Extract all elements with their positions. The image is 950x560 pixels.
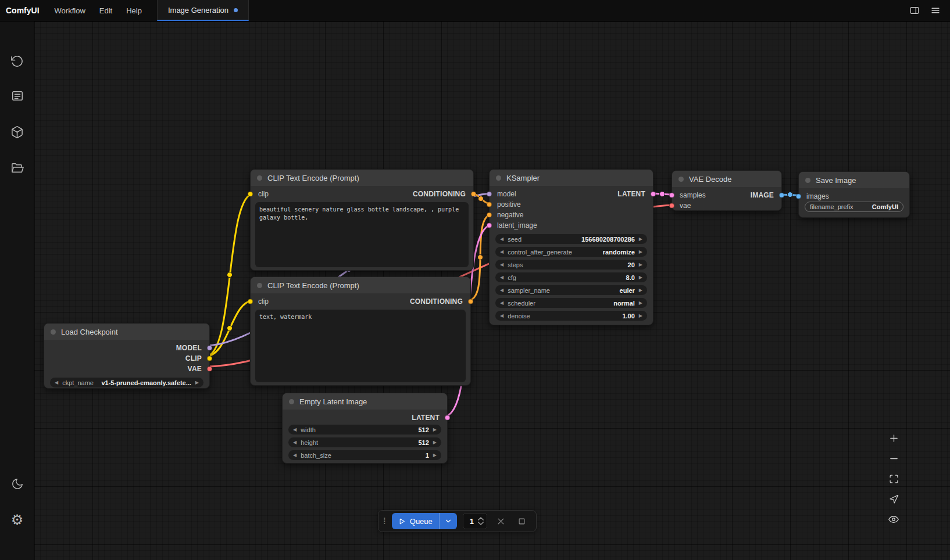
collapse-dot[interactable] xyxy=(257,175,262,181)
zoom-in-button[interactable] xyxy=(885,431,902,445)
drag-handle-icon[interactable]: ⁞ xyxy=(383,517,386,526)
link-midpoint-dot[interactable] xyxy=(478,255,483,260)
decrement-arrow-icon[interactable]: ◀ xyxy=(500,288,503,293)
node-header[interactable]: KSampler xyxy=(490,170,653,186)
input-port-model[interactable] xyxy=(487,192,492,197)
widget-seed[interactable]: ◀ seed 156680208700286 ▶ xyxy=(495,234,647,244)
increment-arrow-icon[interactable]: ▶ xyxy=(195,380,199,385)
increment-arrow-icon[interactable]: ▶ xyxy=(639,250,642,254)
widget-height[interactable]: ◀ height 512 ▶ xyxy=(288,437,441,447)
node-vae-decode[interactable]: VAE Decode samples IMAGE vae xyxy=(672,170,782,211)
node-empty-latent-image[interactable]: Empty Latent Image LATENT ◀ width 512 ▶ … xyxy=(282,393,448,464)
node-save-image[interactable]: Save Image images filename_prefix ComfyU… xyxy=(798,171,910,218)
output-port-latent[interactable] xyxy=(651,192,656,197)
widget-scheduler[interactable]: ◀ scheduler normal ▶ xyxy=(495,298,647,308)
link-midpoint-dot[interactable] xyxy=(227,272,233,278)
stop-button[interactable] xyxy=(514,514,529,529)
node-load-checkpoint[interactable]: Load Checkpoint MODEL CLIP VAE ◀ ckpt_na xyxy=(44,323,210,389)
increment-arrow-icon[interactable]: ▶ xyxy=(639,314,642,318)
fit-view-button[interactable] xyxy=(885,472,902,486)
increment-arrow-icon[interactable]: ▶ xyxy=(433,453,437,458)
widget-width[interactable]: ◀ width 512 ▶ xyxy=(288,425,441,435)
widget-cfg[interactable]: ◀ cfg 8.0 ▶ xyxy=(495,272,647,282)
input-port-latent-image[interactable] xyxy=(487,223,492,228)
increment-arrow-icon[interactable]: ▶ xyxy=(639,301,642,306)
link-midpoint-dot[interactable] xyxy=(227,326,233,331)
input-port-clip[interactable] xyxy=(248,192,253,197)
widget-batch-size[interactable]: ◀ batch_size 1 ▶ xyxy=(288,450,441,460)
input-port-vae[interactable] xyxy=(669,203,674,209)
widget-ckpt-name[interactable]: ◀ ckpt_name v1-5-pruned-emaonly.safete..… xyxy=(50,378,203,387)
widget-denoise[interactable]: ◀ denoise 1.00 ▶ xyxy=(495,311,647,321)
output-port-conditioning[interactable] xyxy=(471,192,476,197)
toggle-panel-button[interactable] xyxy=(906,2,923,19)
sidebar-templates-button[interactable] xyxy=(0,82,34,110)
settings-button[interactable]: ⚙ xyxy=(0,506,34,534)
node-clip-text-encode-positive[interactable]: CLIP Text Encode (Prompt) clip CONDITION… xyxy=(250,169,474,271)
node-clip-text-encode-negative[interactable]: CLIP Text Encode (Prompt) clip CONDITION… xyxy=(250,277,471,386)
prompt-textarea[interactable]: text, watermark xyxy=(255,310,466,382)
decrement-arrow-icon[interactable]: ◀ xyxy=(500,314,503,318)
input-port-samples[interactable] xyxy=(669,193,674,198)
node-header[interactable]: CLIP Text Encode (Prompt) xyxy=(251,277,470,293)
decrement-arrow-icon[interactable]: ◀ xyxy=(293,428,297,432)
decrement-arrow-icon[interactable]: ◀ xyxy=(500,237,503,242)
decrement-arrow-icon[interactable]: ◀ xyxy=(500,263,503,267)
link-midpoint-dot[interactable] xyxy=(788,192,793,198)
increment-arrow-icon[interactable]: ▶ xyxy=(639,288,642,293)
zoom-out-button[interactable] xyxy=(885,451,902,465)
decrement-arrow-icon[interactable]: ◀ xyxy=(293,440,297,445)
decrement-arrow-icon[interactable]: ◀ xyxy=(55,380,58,385)
node-header[interactable]: VAE Decode xyxy=(672,171,781,187)
menu-edit[interactable]: Edit xyxy=(92,0,119,21)
main-menu-button[interactable] xyxy=(927,2,944,19)
increment-arrow-icon[interactable]: ▶ xyxy=(433,440,437,445)
output-port-image[interactable] xyxy=(779,193,784,198)
sidebar-queue-history-button[interactable] xyxy=(0,47,34,75)
decrement-arrow-icon[interactable]: ◀ xyxy=(293,453,297,458)
batch-count-stepper[interactable]: 1 xyxy=(463,513,487,529)
theme-toggle-button[interactable] xyxy=(0,470,34,498)
increment-arrow-icon[interactable]: ▶ xyxy=(433,428,437,432)
output-port-clip[interactable] xyxy=(207,356,212,361)
increment-arrow-icon[interactable]: ▶ xyxy=(639,263,642,267)
collapse-dot[interactable] xyxy=(678,177,684,182)
collapse-dot[interactable] xyxy=(805,178,810,183)
collapse-dot[interactable] xyxy=(51,329,56,335)
menu-help[interactable]: Help xyxy=(119,0,149,21)
output-port-conditioning[interactable] xyxy=(468,299,473,304)
widget-steps[interactable]: ◀ steps 20 ▶ xyxy=(495,260,647,270)
input-port-clip[interactable] xyxy=(248,299,253,304)
widget-sampler-name[interactable]: ◀ sampler_name euler ▶ xyxy=(495,285,647,295)
widget-control-after-generate[interactable]: ◀ control_after_generate randomize ▶ xyxy=(495,247,647,257)
input-port-images[interactable] xyxy=(796,194,801,199)
link-midpoint-dot[interactable] xyxy=(478,196,484,202)
tab-image-generation[interactable]: Image Generation xyxy=(157,0,249,21)
collapse-dot[interactable] xyxy=(496,175,501,181)
increment-arrow-icon[interactable]: ▶ xyxy=(639,237,642,242)
decrement-arrow-icon[interactable]: ◀ xyxy=(500,301,503,306)
output-port-latent[interactable] xyxy=(445,415,450,421)
increment-arrow-icon[interactable]: ▶ xyxy=(639,275,642,280)
sidebar-workflows-button[interactable] xyxy=(0,154,34,182)
queue-options-button[interactable] xyxy=(440,517,457,525)
node-ksampler[interactable]: KSampler model LATENT positive negative xyxy=(489,169,653,325)
decrement-arrow-icon[interactable]: ◀ xyxy=(500,275,503,280)
select-mode-button[interactable] xyxy=(885,492,902,506)
node-header[interactable]: CLIP Text Encode (Prompt) xyxy=(251,170,473,186)
output-port-model[interactable] xyxy=(207,346,212,351)
collapse-dot[interactable] xyxy=(257,283,262,288)
prompt-textarea[interactable]: beautiful scenery nature glass bottle la… xyxy=(255,202,469,267)
clear-queue-button[interactable] xyxy=(493,514,508,529)
stepper-up-icon[interactable] xyxy=(478,517,484,520)
queue-button[interactable]: Queue xyxy=(392,517,439,526)
node-header[interactable]: Save Image xyxy=(799,172,909,188)
widget-filename-prefix[interactable]: filename_prefix ComfyUI xyxy=(805,202,903,212)
node-header[interactable]: Empty Latent Image xyxy=(283,393,447,410)
output-port-vae[interactable] xyxy=(207,367,212,372)
decrement-arrow-icon[interactable]: ◀ xyxy=(500,250,503,254)
sidebar-node-library-button[interactable] xyxy=(0,118,34,146)
node-header[interactable]: Load Checkpoint xyxy=(44,324,209,340)
graph-canvas[interactable]: Load Checkpoint MODEL CLIP VAE ◀ ckpt_na xyxy=(34,21,950,560)
input-port-negative[interactable] xyxy=(487,213,492,218)
